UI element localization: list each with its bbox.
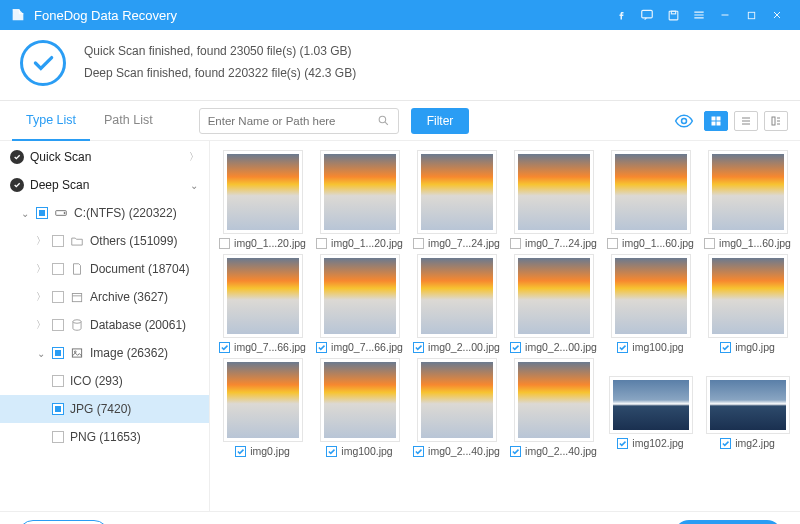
node-deep-scan[interactable]: Deep Scan ⌄ <box>0 171 209 199</box>
back-button[interactable]: Back <box>18 520 109 525</box>
tab-path-list[interactable]: Path List <box>90 101 167 141</box>
app-logo-icon <box>10 7 26 23</box>
file-card[interactable]: img0_2...40.jpg <box>410 359 503 457</box>
tab-type-list[interactable]: Type List <box>12 101 90 141</box>
check-dot-icon <box>10 178 24 192</box>
svg-point-4 <box>379 116 386 123</box>
file-card[interactable]: img0_2...00.jpg <box>410 255 503 353</box>
thumbnail[interactable] <box>224 359 302 441</box>
thumbnail[interactable] <box>418 255 496 337</box>
thumbnail[interactable] <box>321 359 399 441</box>
file-checkbox[interactable] <box>617 438 628 449</box>
file-card[interactable]: img0.jpg <box>701 255 794 353</box>
thumbnail[interactable] <box>612 151 690 233</box>
file-checkbox[interactable] <box>607 238 618 249</box>
file-card[interactable]: img2.jpg <box>701 359 794 457</box>
view-list-button[interactable] <box>734 111 758 131</box>
file-name: img0_2...40.jpg <box>428 445 500 457</box>
recover-button[interactable]: Recover <box>674 520 782 525</box>
file-card[interactable]: img102.jpg <box>604 359 697 457</box>
close-icon[interactable] <box>764 0 790 30</box>
file-card[interactable]: img0_7...24.jpg <box>507 151 600 249</box>
view-grid-button[interactable] <box>704 111 728 131</box>
file-name: img0_7...66.jpg <box>234 341 306 353</box>
feedback-icon[interactable] <box>634 0 660 30</box>
file-checkbox[interactable] <box>720 342 731 353</box>
file-card[interactable]: img100.jpg <box>313 359 406 457</box>
file-checkbox[interactable] <box>704 238 715 249</box>
svg-point-5 <box>682 118 687 123</box>
preview-icon[interactable] <box>674 111 694 131</box>
file-checkbox[interactable] <box>219 342 230 353</box>
file-card[interactable]: img0_2...00.jpg <box>507 255 600 353</box>
file-checkbox[interactable] <box>326 446 337 457</box>
toolbar: Type List Path List Filter <box>0 101 800 141</box>
file-card[interactable]: img0_7...66.jpg <box>216 255 309 353</box>
file-card[interactable]: img0_1...60.jpg <box>701 151 794 249</box>
thumbnail[interactable] <box>224 151 302 233</box>
minimize-icon[interactable] <box>712 0 738 30</box>
node-quick-scan[interactable]: Quick Scan 〉 <box>0 143 209 171</box>
file-name: img0_7...24.jpg <box>525 237 597 249</box>
file-checkbox[interactable] <box>413 342 424 353</box>
file-card[interactable]: img0_7...24.jpg <box>410 151 503 249</box>
node-jpg[interactable]: JPG (7420) <box>0 395 209 423</box>
file-checkbox[interactable] <box>510 342 521 353</box>
thumbnail[interactable] <box>707 377 789 433</box>
thumbnail[interactable] <box>709 255 787 337</box>
thumbnail[interactable] <box>515 359 593 441</box>
file-card[interactable]: img0_1...60.jpg <box>604 151 697 249</box>
view-detail-button[interactable] <box>764 111 788 131</box>
file-card[interactable]: img100.jpg <box>604 255 697 353</box>
node-drive[interactable]: ⌄C:(NTFS) (220322) <box>0 199 209 227</box>
search-input[interactable] <box>208 115 377 127</box>
file-card[interactable]: img0_7...66.jpg <box>313 255 406 353</box>
footer: Back Selected 12 items/9.43 MB Recover <box>0 511 800 524</box>
file-checkbox[interactable] <box>413 446 424 457</box>
file-checkbox[interactable] <box>316 238 327 249</box>
thumbnail[interactable] <box>418 151 496 233</box>
svg-rect-0 <box>642 10 653 18</box>
file-checkbox[interactable] <box>413 238 424 249</box>
file-checkbox[interactable] <box>720 438 731 449</box>
file-checkbox[interactable] <box>510 238 521 249</box>
file-checkbox[interactable] <box>316 342 327 353</box>
node-document[interactable]: 〉Document (18704) <box>0 255 209 283</box>
thumbnail[interactable] <box>418 359 496 441</box>
file-name: img0_7...66.jpg <box>331 341 403 353</box>
maximize-icon[interactable] <box>738 0 764 30</box>
node-archive[interactable]: 〉Archive (3627) <box>0 283 209 311</box>
search-box[interactable] <box>199 108 399 134</box>
thumbnail[interactable] <box>709 151 787 233</box>
svg-rect-6 <box>712 116 716 120</box>
file-name: img0_1...20.jpg <box>234 237 306 249</box>
node-image[interactable]: ⌄Image (26362) <box>0 339 209 367</box>
thumbnail[interactable] <box>224 255 302 337</box>
node-database[interactable]: 〉Database (20061) <box>0 311 209 339</box>
thumbnail[interactable] <box>321 255 399 337</box>
thumbnail[interactable] <box>515 255 593 337</box>
facebook-icon[interactable] <box>608 0 634 30</box>
node-others[interactable]: 〉Others (151099) <box>0 227 209 255</box>
menu-icon[interactable] <box>686 0 712 30</box>
thumbnail[interactable] <box>612 255 690 337</box>
svg-rect-10 <box>772 117 775 125</box>
file-checkbox[interactable] <box>617 342 628 353</box>
save-icon[interactable] <box>660 0 686 30</box>
file-name: img0_7...24.jpg <box>428 237 500 249</box>
thumbnail[interactable] <box>321 151 399 233</box>
file-checkbox[interactable] <box>510 446 521 457</box>
thumbnail[interactable] <box>515 151 593 233</box>
node-png[interactable]: PNG (11653) <box>0 423 209 451</box>
search-icon <box>377 114 390 127</box>
file-checkbox[interactable] <box>235 446 246 457</box>
file-card[interactable]: img0.jpg <box>216 359 309 457</box>
file-card[interactable]: img0_1...20.jpg <box>313 151 406 249</box>
filter-button[interactable]: Filter <box>411 108 470 134</box>
node-ico[interactable]: ICO (293) <box>0 367 209 395</box>
titlebar: FoneDog Data Recovery <box>0 0 800 30</box>
file-checkbox[interactable] <box>219 238 230 249</box>
file-card[interactable]: img0_1...20.jpg <box>216 151 309 249</box>
file-card[interactable]: img0_2...40.jpg <box>507 359 600 457</box>
thumbnail[interactable] <box>610 377 692 433</box>
